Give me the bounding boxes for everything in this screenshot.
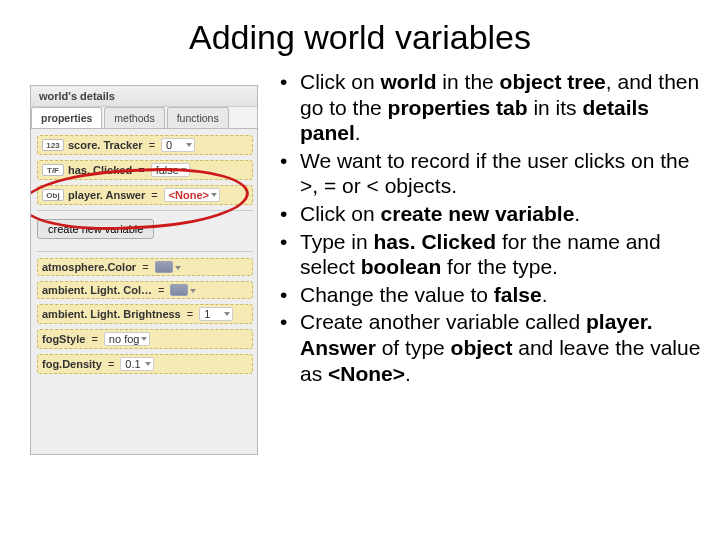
create-new-variable-button[interactable]: create new variable	[37, 219, 154, 239]
equals-label: =	[156, 284, 166, 296]
list-item: Click on world in the object tree, and t…	[280, 69, 704, 146]
equals-label: =	[106, 358, 116, 370]
equals-label: =	[185, 308, 195, 320]
var-name: player. Answer	[68, 189, 145, 201]
chevron-down-icon	[224, 312, 230, 316]
var-name: score. Tracker	[68, 139, 143, 151]
prop-row-atmosphere-color[interactable]: atmosphere.Color =	[37, 258, 253, 276]
prop-row-ambient-light-color[interactable]: ambient. Light. Col… =	[37, 281, 253, 299]
color-swatch[interactable]	[170, 284, 188, 296]
list-item: Type in has. Clicked for the name and se…	[280, 229, 704, 280]
equals-label: =	[140, 261, 150, 273]
prop-value-dropdown[interactable]: 1	[199, 307, 233, 321]
equals-label: =	[89, 333, 99, 345]
alice-details-panel: world's details properties methods funct…	[30, 85, 258, 455]
prop-name: atmosphere.Color	[42, 261, 136, 273]
chevron-down-icon	[186, 143, 192, 147]
var-value-dropdown[interactable]: false	[151, 163, 190, 177]
equals-label: =	[136, 164, 146, 176]
prop-row-fog-density[interactable]: fog.Density = 0.1	[37, 354, 253, 374]
color-swatch[interactable]	[155, 261, 173, 273]
object-type-icon: Obj	[42, 189, 64, 201]
slide-title: Adding world variables	[0, 0, 720, 65]
chevron-down-icon	[145, 362, 151, 366]
prop-row-fog-style[interactable]: fogStyle = no fog	[37, 329, 253, 349]
divider	[37, 210, 253, 211]
equals-label: =	[147, 139, 157, 151]
list-item: Change the value to false.	[280, 282, 704, 308]
prop-name: fogStyle	[42, 333, 85, 345]
prop-name: fog.Density	[42, 358, 102, 370]
chevron-down-icon	[175, 266, 181, 270]
number-type-icon: 123	[42, 139, 64, 151]
bullet-list: Click on world in the object tree, and t…	[258, 65, 710, 455]
tab-methods[interactable]: methods	[104, 107, 164, 128]
list-item: Create another variable called player. A…	[280, 309, 704, 386]
list-item: We want to record if the user clicks on …	[280, 148, 704, 199]
prop-name: ambient. Light. Col…	[42, 284, 152, 296]
tabs-row: properties methods functions	[31, 107, 257, 129]
chevron-down-icon	[211, 193, 217, 197]
tab-properties[interactable]: properties	[31, 107, 102, 128]
divider	[37, 251, 253, 252]
equals-label: =	[149, 189, 159, 201]
tab-functions[interactable]: functions	[167, 107, 229, 128]
prop-row-ambient-light-brightness[interactable]: ambient. Light. Brightness = 1	[37, 304, 253, 324]
var-value-dropdown[interactable]: 0	[161, 138, 195, 152]
chevron-down-icon	[141, 337, 147, 341]
chevron-down-icon	[190, 289, 196, 293]
prop-value-dropdown[interactable]: no fog	[104, 332, 151, 346]
prop-name: ambient. Light. Brightness	[42, 308, 181, 320]
list-item: Click on create new variable.	[280, 201, 704, 227]
var-row-playeranswer[interactable]: Obj player. Answer = <None>	[37, 185, 253, 205]
var-name: has. Clicked	[68, 164, 132, 176]
prop-value-dropdown[interactable]: 0.1	[120, 357, 154, 371]
panel-header: world's details	[31, 86, 257, 107]
var-row-score[interactable]: 123 score. Tracker = 0	[37, 135, 253, 155]
boolean-type-icon: T/F	[42, 164, 64, 176]
chevron-down-icon	[181, 168, 187, 172]
var-row-hasclicked[interactable]: T/F has. Clicked = false	[37, 160, 253, 180]
var-value-dropdown[interactable]: <None>	[164, 188, 220, 202]
